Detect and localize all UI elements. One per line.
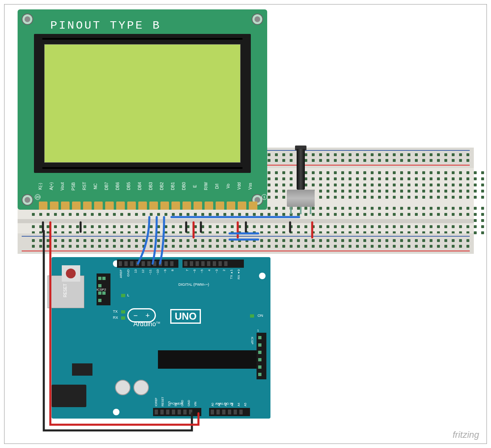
digital-pin-label: ~3: [215, 269, 218, 273]
lcd-pad: [83, 202, 92, 210]
lcd-title: PINOUT TYPE B: [50, 19, 161, 32]
lcd-pad: [205, 202, 213, 210]
lcd-frame: [34, 34, 251, 173]
l-label: L: [127, 293, 129, 297]
analog-pin-label: A4: [237, 399, 240, 406]
digital-pin-label: RX◂0: [237, 269, 241, 280]
lcd-pin-label: Vdd: [237, 179, 248, 193]
analog-header: [209, 408, 250, 416]
capacitor-icon: [115, 380, 131, 395]
digital-pin-label: GND: [126, 269, 130, 277]
lcd-pad: [160, 202, 169, 210]
on-label: ON: [258, 314, 264, 318]
digital-pin-label: AREF: [119, 269, 123, 278]
arduino-uno: RESET AREFGND1312~11~10~987~6~54~32TX▸1R…: [52, 257, 270, 419]
lcd-pad: [149, 202, 158, 210]
power-pin-label: GND: [187, 396, 190, 406]
pot-shaft: [297, 149, 305, 190]
power-pin-label: 5V: [174, 396, 177, 406]
lcd-pin-label: K(-): [38, 179, 49, 193]
diagram-canvas: PINOUT TYPE B K(-)A(+)VoutPSBRSTNCDB7DB6…: [4, 4, 487, 444]
power-header: [153, 408, 201, 416]
lcd-pad: [94, 202, 103, 210]
digital-pin-label: 7: [185, 269, 189, 271]
lcd-pin-labels: K(-)A(+)VoutPSBRSTNCDB7DB6DB5DB4DB3DB2DB…: [38, 179, 259, 193]
digital-pin-label: ~5: [200, 269, 204, 273]
lcd-pin-label: DB7: [104, 179, 115, 193]
on-led-icon: [250, 314, 254, 318]
mounting-hole-icon: [113, 409, 119, 415]
power-pin-label: VIN: [194, 396, 197, 406]
lcd-pad: [39, 202, 47, 210]
digital-pin-label: ~9: [163, 269, 167, 273]
breadboard-bottom-rail: [18, 233, 474, 254]
lcd-pad: [127, 202, 136, 210]
digital-pin-label: 2: [222, 269, 226, 271]
lcd-pin-label: RST: [82, 179, 93, 193]
lcd-pad: [105, 202, 114, 210]
icsp2-label: ICSP2: [97, 288, 106, 291]
lcd-pad: [238, 202, 246, 210]
lcd-pin-label: DB1: [171, 179, 182, 193]
digital-pin-label: ~10: [156, 269, 160, 275]
analog-pin-label: A3: [231, 399, 234, 406]
pot-leg: [300, 207, 302, 214]
reset-label: RESET: [63, 284, 68, 297]
lcd-pin-label: DB5: [126, 179, 137, 193]
power-pin-label: RESET: [161, 396, 164, 406]
lcd-screen: [44, 44, 241, 163]
lcd-pin-label: D/I: [215, 179, 226, 193]
atmega-chip-icon: [158, 350, 260, 369]
digital-pin-label: 13: [134, 269, 137, 273]
digital-header-1: [117, 260, 178, 268]
digital-pin-label: 12: [141, 269, 145, 273]
power-pin-label: GND: [181, 396, 184, 406]
pot-leg: [310, 207, 311, 214]
arduino-name: ArduinoTM: [133, 320, 160, 328]
lcd-pad: [138, 202, 147, 210]
lcd-pin-label: PSB: [71, 179, 82, 193]
lcd-pin-number: 20: [35, 194, 41, 200]
lcd-pin-label: Vo: [226, 179, 237, 193]
l-led-icon: [121, 294, 125, 297]
lcd-pin-label: DB0: [182, 179, 193, 193]
lcd-pad: [182, 202, 191, 210]
tx-label: TX: [113, 309, 118, 314]
lcd-pin-label: DB2: [160, 179, 171, 193]
digital-pin-label: ~11: [149, 269, 152, 275]
lcd-pin-number: 1: [261, 194, 267, 200]
regulator-icon: [72, 363, 92, 376]
lcd-pin-label: DB4: [137, 179, 149, 193]
attribution: fritzing: [453, 430, 479, 440]
icsp-label: ICSP: [250, 337, 254, 345]
arduino-board-name: UNO: [170, 309, 201, 324]
lcd-pin-label: Vss: [248, 179, 259, 193]
digital-pin-label: ~6: [193, 269, 196, 273]
tx-led-icon: [121, 310, 125, 314]
digital-pin-label: TX▸1: [230, 269, 233, 279]
lcd-pad: [194, 202, 202, 210]
lcd-pin-label: R/W: [204, 179, 215, 193]
pot-body: [287, 190, 315, 207]
analog-pin-label: A1: [218, 399, 221, 406]
lcd-pad: [50, 202, 59, 210]
lcd-pad: [227, 202, 235, 210]
icsp-header: [257, 333, 266, 379]
mounting-hole-icon: [259, 273, 266, 279]
lcd-pad: [249, 202, 257, 210]
digital-header-2: [182, 260, 244, 268]
analog-pin-label: A2: [224, 399, 227, 406]
potentiometer: [287, 146, 315, 207]
lcd-module: PINOUT TYPE B K(-)A(+)VoutPSBRSTNCDB7DB6…: [18, 9, 267, 210]
power-pin-label: IOREF: [155, 396, 158, 406]
digital-pin-label: 8: [171, 269, 174, 271]
screw-icon: [22, 194, 33, 206]
lcd-pads: [39, 202, 257, 210]
rx-led-icon: [121, 316, 125, 320]
pot-leg: [290, 207, 292, 214]
digital-label: DIGITAL (PWM=~): [178, 282, 209, 287]
lcd-pin-label: Vout: [60, 179, 71, 193]
digital-pin-label: 4: [207, 269, 211, 271]
reset-button[interactable]: [62, 265, 80, 282]
lcd-pin-label: DB6: [115, 179, 126, 193]
